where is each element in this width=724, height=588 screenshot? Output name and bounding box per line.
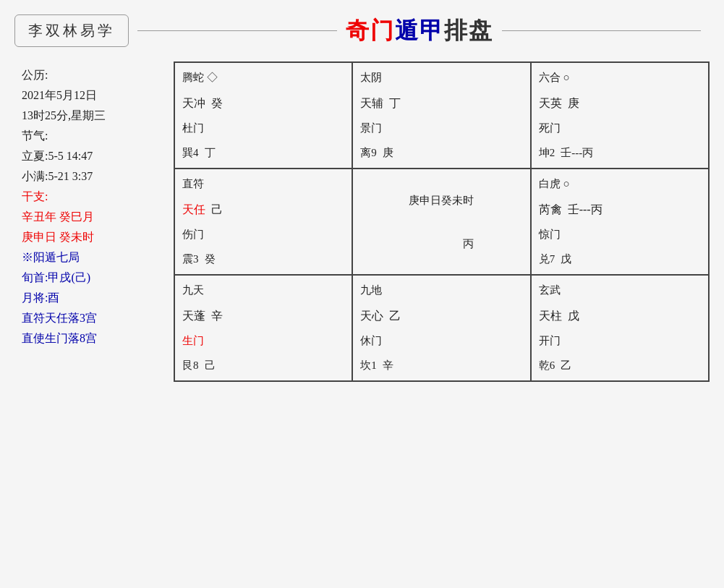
tl-bottom: 巽4 丁 <box>182 144 344 163</box>
mr-bottom: 兑7 戊 <box>539 250 701 269</box>
br-star: 天柱 <box>539 306 562 325</box>
tl-shen: 腾蛇 ◇ <box>182 69 344 88</box>
bm-door: 休门 <box>360 332 522 351</box>
cell-top-left: 腾蛇 ◇ 天冲 癸 杜门 巽4 丁 <box>175 63 353 168</box>
title-main: 奇门遁甲排盘 <box>346 15 493 47</box>
tl-star: 天冲 <box>182 93 205 113</box>
jieqi-label: 节气: <box>22 126 166 146</box>
bm-star-row: 天心 乙 <box>360 306 522 325</box>
tm-star-row: 天辅 丁 <box>360 93 522 113</box>
xun: 旬首:甲戌(己) <box>22 268 166 288</box>
br-star-row: 天柱 戊 <box>539 306 701 325</box>
tr-shen: 六合 ○ <box>539 69 701 88</box>
bl-star: 天蓬 <box>182 306 205 325</box>
cell-mid-center: 庚申日癸未时 丙 <box>353 169 531 274</box>
mr-star-stem: 壬---丙 <box>568 200 602 219</box>
tr-star: 天英 <box>539 93 562 113</box>
date: 2021年5月12日 <box>22 85 166 106</box>
gongli-label: 公历: <box>22 65 166 85</box>
cell-top-mid: 太阴 天辅 丁 景门 离9 庚 <box>353 63 531 168</box>
ml-star-stem: 己 <box>211 200 223 219</box>
mc-text: 庚申日癸未时 丙 <box>409 189 474 255</box>
zhishi: 直使生门落8宫 <box>22 328 166 349</box>
bl-bottom: 艮8 己 <box>182 357 344 375</box>
cell-top-right: 六合 ○ 天英 庚 死门 坤2 壬---丙 <box>532 63 708 168</box>
bm-bottom: 坎1 辛 <box>360 357 522 375</box>
tm-star: 天辅 <box>360 93 383 113</box>
header-line-left <box>137 30 337 32</box>
tr-bottom: 坤2 壬---丙 <box>539 144 701 163</box>
ju: ※阳遁七局 <box>22 247 166 268</box>
ml-star: 天任 <box>182 200 205 219</box>
tl-star-stem: 癸 <box>211 93 223 113</box>
br-star-stem: 戊 <box>568 306 579 325</box>
mr-shen: 白虎 ○ <box>539 175 701 194</box>
ml-star-row: 天任 己 <box>182 200 344 219</box>
bm-star: 天心 <box>360 306 383 325</box>
mr-star-row: 芮禽 壬---丙 <box>539 200 701 219</box>
time: 13时25分,星期三 <box>22 106 166 126</box>
header-line-right <box>502 30 702 32</box>
ganzhi-label: 干支: <box>22 187 166 207</box>
bm-star-stem: 乙 <box>389 306 401 325</box>
jieqi2: 小满:5-21 3:37 <box>22 166 166 187</box>
mr-door: 惊门 <box>539 226 701 244</box>
bl-door: 生门 <box>182 332 344 351</box>
br-shen: 玄武 <box>539 281 701 300</box>
mr-star: 芮禽 <box>539 200 562 219</box>
cell-bot-left: 九天 天蓬 辛 生门 艮8 己 <box>175 276 353 380</box>
tr-door: 死门 <box>539 119 701 138</box>
cell-bot-mid: 九地 天心 乙 休门 坎1 辛 <box>353 276 531 380</box>
tr-star-row: 天英 庚 <box>539 93 701 113</box>
ml-bottom: 震3 癸 <box>182 250 344 269</box>
bl-star-stem: 辛 <box>211 306 223 325</box>
tl-door: 杜门 <box>182 119 344 138</box>
ml-shen: 直符 <box>182 175 344 194</box>
mc-stem-bottom: 丙 <box>409 233 474 255</box>
br-bottom: 乾6 乙 <box>539 357 701 375</box>
tm-shen: 太阴 <box>360 69 522 88</box>
bl-star-row: 天蓬 辛 <box>182 306 344 325</box>
bl-shen: 九天 <box>182 281 344 300</box>
tm-star-stem: 丁 <box>389 93 401 113</box>
br-door: 开门 <box>539 332 701 351</box>
logo: 李双林易学 <box>14 14 129 47</box>
cell-mid-left: 直符 天任 己 伤门 震3 癸 <box>175 169 353 274</box>
jieqi1: 立夏:5-5 14:47 <box>22 146 166 166</box>
grid-row-top: 腾蛇 ◇ 天冲 癸 杜门 巽4 丁 太阴 天辅 丁 <box>175 63 708 169</box>
tm-bottom: 离9 庚 <box>360 144 522 163</box>
tm-door: 景门 <box>360 119 522 138</box>
grid: 腾蛇 ◇ 天冲 癸 杜门 巽4 丁 太阴 天辅 丁 <box>174 61 710 382</box>
tl-star-row: 天冲 癸 <box>182 93 344 113</box>
grid-row-bot: 九天 天蓬 辛 生门 艮8 己 九地 天心 乙 <box>175 276 708 380</box>
zhifu: 直符天任落3宫 <box>22 308 166 328</box>
yuejiang: 月将:酉 <box>22 288 166 308</box>
tr-star-stem: 庚 <box>568 93 579 113</box>
grid-row-mid: 直符 天任 己 伤门 震3 癸 庚申日癸未时 丙 <box>175 169 708 276</box>
info-panel: 公历: 2021年5月12日 13时25分,星期三 节气: 立夏:5-5 14:… <box>14 61 174 382</box>
bm-shen: 九地 <box>360 281 522 300</box>
ml-door: 伤门 <box>182 226 344 244</box>
title-area: 奇门遁甲排盘 <box>346 15 493 47</box>
gz2: 庚申日 癸未时 <box>22 227 166 247</box>
main-content: 公历: 2021年5月12日 13时25分,星期三 节气: 立夏:5-5 14:… <box>14 61 710 382</box>
header: 李双林易学 奇门遁甲排盘 <box>14 14 710 47</box>
cell-mid-right: 白虎 ○ 芮禽 壬---丙 惊门 兑7 戊 <box>532 169 708 274</box>
gz1: 辛丑年 癸巳月 <box>22 207 166 227</box>
cell-bot-right: 玄武 天柱 戊 开门 乾6 乙 <box>532 276 708 380</box>
